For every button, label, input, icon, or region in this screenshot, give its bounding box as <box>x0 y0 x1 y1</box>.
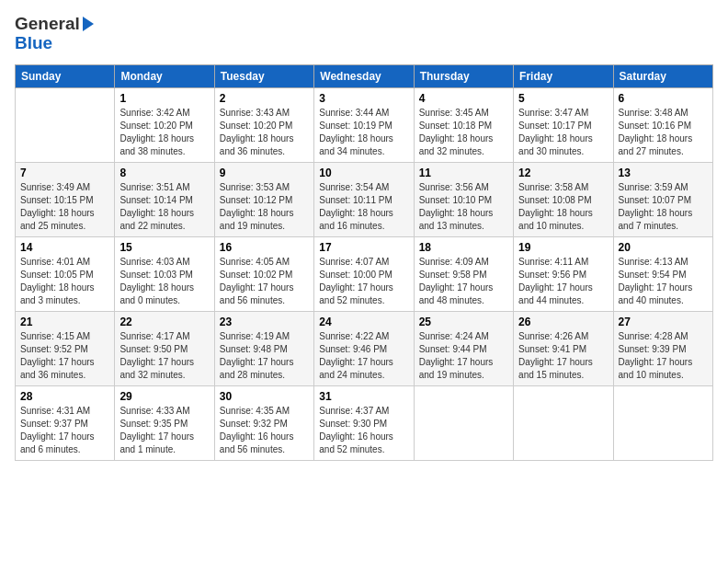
weekday-header-saturday: Saturday <box>613 64 712 87</box>
day-number: 18 <box>419 241 508 254</box>
calendar-cell: 21Sunrise: 4:15 AMSunset: 9:52 PMDayligh… <box>16 311 115 385</box>
day-number: 26 <box>518 316 608 328</box>
calendar-cell: 20Sunrise: 4:13 AMSunset: 9:54 PMDayligh… <box>613 236 712 311</box>
weekday-header-row: SundayMondayTuesdayWednesdayThursdayFrid… <box>16 64 713 87</box>
day-info: Sunrise: 4:07 AMSunset: 10:00 PMDaylight… <box>319 256 408 307</box>
day-number: 16 <box>220 241 309 254</box>
day-number: 6 <box>619 92 708 105</box>
day-info: Sunrise: 4:11 AMSunset: 9:56 PMDaylight:… <box>518 256 608 307</box>
day-info: Sunrise: 3:45 AMSunset: 10:18 PMDaylight… <box>419 107 508 158</box>
day-info: Sunrise: 4:35 AMSunset: 9:32 PMDaylight:… <box>220 405 309 456</box>
logo-blue: Blue <box>15 33 52 52</box>
calendar-cell: 11Sunrise: 3:56 AMSunset: 10:10 PMDaylig… <box>414 162 513 236</box>
day-number: 1 <box>119 92 209 105</box>
calendar-cell: 10Sunrise: 3:54 AMSunset: 10:11 PMDaylig… <box>314 162 414 236</box>
svg-marker-0 <box>83 17 94 31</box>
day-number: 20 <box>619 241 708 254</box>
day-info: Sunrise: 4:19 AMSunset: 9:48 PMDaylight:… <box>220 330 309 382</box>
calendar-week-5: 28Sunrise: 4:31 AMSunset: 9:37 PMDayligh… <box>16 385 713 460</box>
weekday-header-wednesday: Wednesday <box>314 64 414 87</box>
day-number: 11 <box>419 167 508 179</box>
day-info: Sunrise: 4:01 AMSunset: 10:05 PMDaylight… <box>20 256 109 307</box>
weekday-header-friday: Friday <box>514 64 613 87</box>
day-info: Sunrise: 4:33 AMSunset: 9:35 PMDaylight:… <box>119 405 209 456</box>
calendar-cell: 22Sunrise: 4:17 AMSunset: 9:50 PMDayligh… <box>115 311 214 385</box>
day-info: Sunrise: 3:43 AMSunset: 10:20 PMDaylight… <box>220 107 309 158</box>
calendar-week-2: 7Sunrise: 3:49 AMSunset: 10:15 PMDayligh… <box>16 162 713 236</box>
day-number: 5 <box>518 92 608 105</box>
calendar-cell: 6Sunrise: 3:48 AMSunset: 10:16 PMDayligh… <box>613 87 712 162</box>
day-info: Sunrise: 4:37 AMSunset: 9:30 PMDaylight:… <box>319 405 408 456</box>
day-info: Sunrise: 4:17 AMSunset: 9:50 PMDaylight:… <box>119 330 209 382</box>
day-info: Sunrise: 4:13 AMSunset: 9:54 PMDaylight:… <box>619 256 708 307</box>
day-info: Sunrise: 4:26 AMSunset: 9:41 PMDaylight:… <box>518 330 608 382</box>
calendar-cell: 2Sunrise: 3:43 AMSunset: 10:20 PMDayligh… <box>214 87 313 162</box>
day-info: Sunrise: 4:03 AMSunset: 10:03 PMDaylight… <box>119 256 209 307</box>
day-number: 17 <box>319 241 408 254</box>
day-number: 28 <box>20 390 109 403</box>
day-number: 10 <box>319 167 408 179</box>
day-info: Sunrise: 4:24 AMSunset: 9:44 PMDaylight:… <box>419 330 508 382</box>
calendar-cell: 8Sunrise: 3:51 AMSunset: 10:14 PMDayligh… <box>115 162 214 236</box>
calendar-cell: 30Sunrise: 4:35 AMSunset: 9:32 PMDayligh… <box>214 385 313 460</box>
day-number: 3 <box>319 92 408 105</box>
calendar-cell: 26Sunrise: 4:26 AMSunset: 9:41 PMDayligh… <box>514 311 613 385</box>
calendar-cell: 31Sunrise: 4:37 AMSunset: 9:30 PMDayligh… <box>314 385 414 460</box>
day-number: 21 <box>20 316 109 328</box>
day-number: 22 <box>119 316 209 328</box>
day-info: Sunrise: 3:44 AMSunset: 10:19 PMDaylight… <box>319 107 408 158</box>
day-info: Sunrise: 3:56 AMSunset: 10:10 PMDaylight… <box>419 181 508 233</box>
day-number: 12 <box>518 167 608 179</box>
calendar-cell: 17Sunrise: 4:07 AMSunset: 10:00 PMDaylig… <box>314 236 414 311</box>
calendar-cell: 12Sunrise: 3:58 AMSunset: 10:08 PMDaylig… <box>514 162 613 236</box>
day-number: 4 <box>419 92 508 105</box>
day-info: Sunrise: 3:53 AMSunset: 10:12 PMDaylight… <box>220 181 309 233</box>
calendar-cell: 5Sunrise: 3:47 AMSunset: 10:17 PMDayligh… <box>514 87 613 162</box>
day-info: Sunrise: 3:59 AMSunset: 10:07 PMDaylight… <box>619 181 708 233</box>
calendar-table: SundayMondayTuesdayWednesdayThursdayFrid… <box>15 64 713 461</box>
calendar-cell <box>16 87 115 162</box>
page-header: General Blue <box>15 15 713 53</box>
calendar-cell: 27Sunrise: 4:28 AMSunset: 9:39 PMDayligh… <box>613 311 712 385</box>
calendar-cell: 15Sunrise: 4:03 AMSunset: 10:03 PMDaylig… <box>115 236 214 311</box>
day-info: Sunrise: 4:05 AMSunset: 10:02 PMDaylight… <box>220 256 309 307</box>
calendar-week-4: 21Sunrise: 4:15 AMSunset: 9:52 PMDayligh… <box>16 311 713 385</box>
day-number: 23 <box>220 316 309 328</box>
calendar-cell <box>414 385 513 460</box>
day-number: 19 <box>518 241 608 254</box>
day-number: 24 <box>319 316 408 328</box>
day-info: Sunrise: 4:15 AMSunset: 9:52 PMDaylight:… <box>20 330 109 382</box>
day-number: 15 <box>119 241 209 254</box>
calendar-cell <box>613 385 712 460</box>
logo: General Blue <box>15 15 96 53</box>
day-info: Sunrise: 4:31 AMSunset: 9:37 PMDaylight:… <box>20 405 109 456</box>
day-number: 31 <box>319 390 408 403</box>
weekday-header-monday: Monday <box>115 64 214 87</box>
calendar-week-3: 14Sunrise: 4:01 AMSunset: 10:05 PMDaylig… <box>16 236 713 311</box>
day-info: Sunrise: 3:49 AMSunset: 10:15 PMDaylight… <box>20 181 109 233</box>
day-number: 14 <box>20 241 109 254</box>
weekday-header-tuesday: Tuesday <box>214 64 313 87</box>
day-number: 2 <box>220 92 309 105</box>
calendar-cell: 24Sunrise: 4:22 AMSunset: 9:46 PMDayligh… <box>314 311 414 385</box>
day-info: Sunrise: 3:48 AMSunset: 10:16 PMDaylight… <box>619 107 708 158</box>
calendar-cell: 9Sunrise: 3:53 AMSunset: 10:12 PMDayligh… <box>214 162 313 236</box>
weekday-header-thursday: Thursday <box>414 64 513 87</box>
calendar-cell: 7Sunrise: 3:49 AMSunset: 10:15 PMDayligh… <box>16 162 115 236</box>
day-number: 8 <box>119 167 209 179</box>
logo-triangle-icon <box>81 15 96 33</box>
calendar-cell: 16Sunrise: 4:05 AMSunset: 10:02 PMDaylig… <box>214 236 313 311</box>
calendar-cell: 1Sunrise: 3:42 AMSunset: 10:20 PMDayligh… <box>115 87 214 162</box>
calendar-cell: 18Sunrise: 4:09 AMSunset: 9:58 PMDayligh… <box>414 236 513 311</box>
day-info: Sunrise: 4:22 AMSunset: 9:46 PMDaylight:… <box>319 330 408 382</box>
day-number: 7 <box>20 167 109 179</box>
day-info: Sunrise: 3:54 AMSunset: 10:11 PMDaylight… <box>319 181 408 233</box>
day-number: 25 <box>419 316 508 328</box>
calendar-cell: 29Sunrise: 4:33 AMSunset: 9:35 PMDayligh… <box>115 385 214 460</box>
calendar-cell: 13Sunrise: 3:59 AMSunset: 10:07 PMDaylig… <box>613 162 712 236</box>
day-number: 30 <box>220 390 309 403</box>
calendar-cell <box>514 385 613 460</box>
day-info: Sunrise: 3:51 AMSunset: 10:14 PMDaylight… <box>119 181 209 233</box>
calendar-cell: 4Sunrise: 3:45 AMSunset: 10:18 PMDayligh… <box>414 87 513 162</box>
calendar-cell: 3Sunrise: 3:44 AMSunset: 10:19 PMDayligh… <box>314 87 414 162</box>
